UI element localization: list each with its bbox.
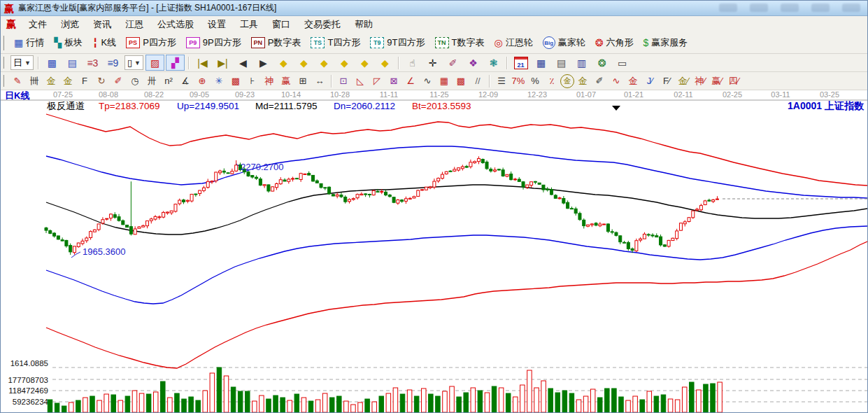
calendar-icon[interactable]: 21 xyxy=(511,55,530,71)
volume-profile-icon[interactable]: ▞ xyxy=(166,55,185,71)
window-controls[interactable] xyxy=(719,4,860,12)
t-square-button[interactable]: TST四方形 xyxy=(306,32,365,53)
number-grid-icon[interactable]: ⊞ xyxy=(294,74,311,89)
three-bar-chart-icon[interactable]: ≡3 xyxy=(83,55,102,71)
pencil-icon[interactable]: ✎ xyxy=(9,74,26,89)
menu-item-4[interactable]: 公式选股 xyxy=(150,18,201,31)
compress-horizontal-icon[interactable]: ◆ xyxy=(335,55,354,71)
menu-item-9[interactable]: 帮助 xyxy=(348,18,380,31)
pointer-erase-icon[interactable]: ✐ xyxy=(443,55,462,71)
reversal-pattern-icon[interactable]: ▨ xyxy=(145,55,164,71)
calculator-icon[interactable]: ▦ xyxy=(532,55,550,71)
p-number-table-button[interactable]: PNP数字表 xyxy=(246,32,306,53)
percent-levels-icon[interactable]: ٪ xyxy=(543,74,560,89)
smart-analysis-icon[interactable]: ❃ xyxy=(484,55,503,71)
gann-grid-icon[interactable]: 卌 xyxy=(26,74,43,89)
gold-trend-icon[interactable]: 金∕ xyxy=(675,74,692,89)
info-document-icon[interactable]: ▤ xyxy=(63,55,82,71)
price-scale-icon[interactable]: ☰ xyxy=(493,74,510,89)
gann-compass-icon[interactable]: ⊕ xyxy=(194,74,211,89)
nine-p-square-button[interactable]: P99P四方形 xyxy=(181,32,246,53)
nine-bar-chart-icon[interactable]: ≡9 xyxy=(104,55,122,71)
menu-item-3[interactable]: 江恩 xyxy=(118,18,150,31)
gold-circle-icon[interactable]: 金 xyxy=(560,74,574,88)
zigzag-icon[interactable]: ∿ xyxy=(419,74,436,89)
candle-style-combo[interactable]: ▯▼ xyxy=(124,55,143,70)
next-bar-icon[interactable]: ▶ xyxy=(254,55,273,71)
fan-box-icon[interactable]: ◸ xyxy=(369,74,385,89)
red-grid-dense-icon[interactable]: ▩ xyxy=(453,74,469,89)
notes-icon[interactable]: ▤ xyxy=(552,55,571,71)
fib-grid-icon[interactable]: F xyxy=(76,74,93,89)
fan-lines-icon[interactable]: ◺ xyxy=(352,74,369,89)
print-icon[interactable]: ▭ xyxy=(613,55,632,71)
red-grid-icon[interactable]: ▦ xyxy=(436,74,453,89)
last-bar-icon[interactable]: ▶| xyxy=(213,55,232,71)
first-bar-icon[interactable]: |◀ xyxy=(193,55,212,71)
menu-item-8[interactable]: 交易委托 xyxy=(297,18,348,31)
percent-retrace-icon[interactable]: 7% xyxy=(510,74,527,89)
shen-grid-icon[interactable]: 神 xyxy=(261,74,278,89)
candle-body xyxy=(385,192,387,195)
angle-flag-icon[interactable]: ∡ xyxy=(177,74,194,89)
compress-vertical-icon[interactable]: ◆ xyxy=(376,55,394,71)
hexagon-button[interactable]: ❂六角形 xyxy=(590,32,639,53)
menu-item-2[interactable]: 资讯 xyxy=(86,18,118,31)
draw-manager-icon[interactable]: ❖ xyxy=(464,55,483,71)
p-square-button[interactable]: PSP四方形 xyxy=(121,32,181,53)
t-number-table-button[interactable]: TNT数字表 xyxy=(430,32,490,53)
hand-drag-icon[interactable]: ☝ xyxy=(403,55,422,71)
crosshair-icon[interactable]: ✛ xyxy=(423,55,442,71)
win-grid-icon[interactable]: 赢 xyxy=(278,74,294,89)
width-adjust-icon[interactable]: ↔ xyxy=(311,74,328,89)
parallel-lines-icon[interactable]: // xyxy=(469,74,486,89)
shen-trend-icon[interactable]: 神∕ xyxy=(692,74,709,89)
four-trend-icon[interactable]: 四∕ xyxy=(725,74,742,89)
small-grid-icon[interactable]: 卅 xyxy=(143,74,160,89)
web-grid-icon[interactable]: ▩ xyxy=(227,74,244,89)
star-rays-icon[interactable]: ✳ xyxy=(211,74,227,89)
titlebar[interactable]: 赢 赢家江恩专业版[赢家内部服务平台] - [上证指数 SH1A0001-167… xyxy=(1,1,867,16)
kline-mark-icon[interactable]: ⊦ xyxy=(244,74,261,89)
nine-p-square-button-label: 9P四方形 xyxy=(203,36,241,49)
winner-service-button[interactable]: $赢家服务 xyxy=(638,32,692,53)
network-icon[interactable]: ❂ xyxy=(592,55,611,71)
menu-item-1[interactable]: 浏览 xyxy=(54,18,86,31)
kline-button[interactable]: ╏K线 xyxy=(87,32,121,53)
gold-red-levels-icon[interactable]: 金 xyxy=(625,74,641,89)
trend-angle-icon[interactable]: ∠ xyxy=(402,74,419,89)
brush-level-icon[interactable]: ✐ xyxy=(591,74,608,89)
gold-ratio-grid-icon[interactable]: 金 xyxy=(59,74,76,89)
f-trend-icon[interactable]: F∕ xyxy=(658,74,675,89)
chart-canvas[interactable]: 07-2508-0808-2209-0509-2310-1410-2811-11… xyxy=(1,90,867,412)
menu-item-6[interactable]: 工具 xyxy=(233,18,265,31)
zoom-left-icon[interactable]: ◆ xyxy=(274,55,293,71)
zoom-right-icon[interactable]: ◆ xyxy=(294,55,313,71)
gold-levels-icon[interactable]: 金 xyxy=(574,74,591,89)
spiral-icon[interactable]: ↻ xyxy=(93,74,110,89)
win-trend-icon[interactable]: 赢∕ xyxy=(709,74,725,89)
menu-item-5[interactable]: 设置 xyxy=(201,18,233,31)
menu-item-0[interactable]: 文件 xyxy=(22,18,54,31)
nine-t-square-button[interactable]: T99T四方形 xyxy=(365,32,429,53)
sectors-button[interactable]: ▚板块 xyxy=(49,32,87,53)
pattern-window-icon[interactable]: ▩ xyxy=(43,55,62,71)
time-cycle-icon[interactable]: ◷ xyxy=(127,74,143,89)
measure-pencil-icon[interactable]: ✐ xyxy=(110,74,127,89)
quotes-button[interactable]: ▦行情 xyxy=(9,32,49,53)
prev-bar-icon[interactable]: ◀ xyxy=(234,55,252,71)
box-tool-icon[interactable]: ⊡ xyxy=(335,74,352,89)
wave-range-icon[interactable]: ∿ xyxy=(608,74,625,89)
expand-horizontal-icon[interactable]: ◆ xyxy=(315,55,334,71)
winner-wheel-button[interactable]: Big赢家轮 xyxy=(538,32,590,53)
percent-icon[interactable]: % xyxy=(527,74,543,89)
fan-grid-icon[interactable]: ⊠ xyxy=(385,74,402,89)
j-trend-icon[interactable]: J∕ xyxy=(641,74,658,89)
save-icon[interactable]: ▥ xyxy=(572,55,591,71)
gold-section-grid-icon[interactable]: 金 xyxy=(43,74,59,89)
n-square-icon[interactable]: n² xyxy=(160,74,177,89)
gann-wheel-button[interactable]: ◎江恩轮 xyxy=(489,32,537,53)
period-daily-combo[interactable]: 日▼ xyxy=(10,55,34,70)
expand-vertical-icon[interactable]: ◆ xyxy=(355,55,374,71)
menu-item-7[interactable]: 窗口 xyxy=(265,18,297,31)
